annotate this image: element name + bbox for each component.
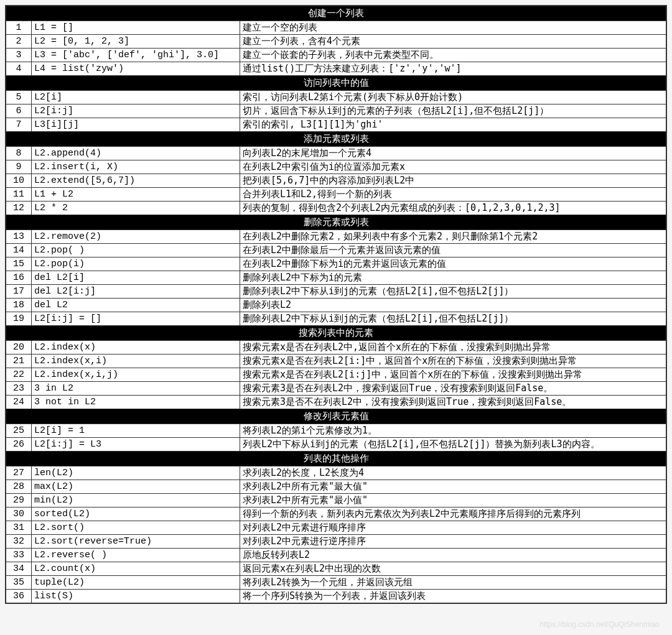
row-description: 求列表L2中所有元素"最大值" <box>240 480 667 494</box>
row-number: 8 <box>6 147 32 160</box>
row-code: L2[i] <box>32 91 240 104</box>
row-code: min(L2) <box>32 494 240 508</box>
table-row: 12L2 * 2列表的复制，得到包含2个列表L2内元素组成的列表：[0,1,2,… <box>6 202 666 215</box>
row-description: 切片，返回含下标从i到j的元素的子列表（包括L2[i],但不包括L2[j]） <box>240 104 667 118</box>
table-row: 29min(L2)求列表L2中所有元素"最小值" <box>6 494 666 508</box>
section-header: 添加元素或列表 <box>6 132 666 147</box>
section-header: 修改列表元素值 <box>6 409 666 424</box>
row-number: 26 <box>6 438 32 452</box>
row-number: 5 <box>6 91 32 104</box>
row-number: 10 <box>6 174 32 188</box>
row-code: list(S) <box>32 590 240 604</box>
row-description: 在列表L2中删除元素2，如果列表中有多个元素2，则只删除第1个元素2 <box>240 230 667 244</box>
row-description: 建立一个空的列表 <box>240 21 667 35</box>
row-code: L2.sort(reverse=True) <box>32 535 240 549</box>
section-title: 搜索列表中的元素 <box>6 326 666 341</box>
row-number: 13 <box>6 230 32 244</box>
table-row: 26L2[i:j] = L3列表L2中下标从i到j的元素（包括L2[i],但不包… <box>6 438 666 452</box>
list-operations-table: 创建一个列表1L1 = []建立一个空的列表2L2 = [0, 1, 2, 3]… <box>5 5 667 604</box>
row-description: 删除列表L2中下标为i的元素 <box>240 271 667 285</box>
row-code: L2.sort() <box>32 521 240 535</box>
table-row: 34L2.count(x)返回元素x在列表L2中出现的次数 <box>6 562 666 576</box>
row-number: 30 <box>6 508 32 521</box>
row-code: L3[i][j] <box>32 118 240 132</box>
row-number: 28 <box>6 480 32 494</box>
row-description: 列表的复制，得到包含2个列表L2内元素组成的列表：[0,1,2,3,0,1,2,… <box>240 202 667 215</box>
row-description: 在列表L2中索引值为i的位置添加元素x <box>240 160 667 174</box>
section-header: 删除元素或列表 <box>6 215 666 230</box>
row-code: sorted(L2) <box>32 508 240 521</box>
row-description: 列表L2中下标从i到j的元素（包括L2[i],但不包括L2[j]）替换为新列表L… <box>240 438 667 452</box>
table-row: 22L2.index(x,i,j)搜索元素x是否在列表L2[i:j]中，返回首个… <box>6 368 666 382</box>
section-title: 删除元素或列表 <box>6 215 666 230</box>
row-number: 19 <box>6 312 32 326</box>
table-row: 31L2.sort()对列表L2中元素进行顺序排序 <box>6 521 666 535</box>
row-code: 3 not in L2 <box>32 396 240 409</box>
row-description: 搜索元素3是否不在列表L2中，没有搜索到则返回True，搜索到则返回False。 <box>240 396 667 409</box>
row-description: 返回元素x在列表L2中出现的次数 <box>240 562 667 576</box>
table-row: 13L2.remove(2)在列表L2中删除元素2，如果列表中有多个元素2，则只… <box>6 230 666 244</box>
table-row: 35tuple(L2)将列表L2转换为一个元组，并返回该元组 <box>6 576 666 590</box>
row-number: 16 <box>6 271 32 285</box>
table-row: 10L2.extend([5,6,7])把列表[5,6,7]中的内容添加到列表L… <box>6 174 666 188</box>
row-number: 20 <box>6 341 32 355</box>
row-code: L2[i:j] = [] <box>32 312 240 326</box>
row-number: 31 <box>6 521 32 535</box>
row-number: 29 <box>6 494 32 508</box>
row-code: L2.pop( ) <box>32 244 240 257</box>
row-description: 原地反转列表L2 <box>240 549 667 562</box>
row-code: L2.insert(i, X) <box>32 160 240 174</box>
row-number: 22 <box>6 368 32 382</box>
row-code: 3 in L2 <box>32 382 240 396</box>
row-number: 34 <box>6 562 32 576</box>
row-number: 18 <box>6 299 32 312</box>
row-description: 将列表L2转换为一个元组，并返回该元组 <box>240 576 667 590</box>
table-row: 20L2.index(x)搜索元素x是否在列表L2中,返回首个x所在的下标值，没… <box>6 341 666 355</box>
row-description: 搜索元素x是否在列表L2[i:]中，返回首个x所在的下标值，没搜索到则抛出异常 <box>240 355 667 368</box>
row-code: L2.remove(2) <box>32 230 240 244</box>
table-row: 4L4 = list('zyw')通过list()工厂方法来建立列表：['z',… <box>6 62 666 76</box>
row-number: 17 <box>6 285 32 299</box>
row-code: L2 = [0, 1, 2, 3] <box>32 35 240 49</box>
table-row: 243 not in L2搜索元素3是否不在列表L2中，没有搜索到则返回True… <box>6 396 666 409</box>
section-header: 创建一个列表 <box>6 6 666 21</box>
row-code: max(L2) <box>32 480 240 494</box>
row-description: 删除列表L2中下标从i到j的元素（包括L2[i],但不包括L2[j]） <box>240 312 667 326</box>
table-row: 17del L2[i:j]删除列表L2中下标从i到j的元素（包括L2[i],但不… <box>6 285 666 299</box>
table-row: 8L2.append(4)向列表L2的末尾增加一个元素4 <box>6 147 666 160</box>
row-description: 建立一个嵌套的子列表，列表中元素类型不同。 <box>240 49 667 62</box>
row-number: 33 <box>6 549 32 562</box>
row-description: 搜索元素x是否在列表L2[i:j]中，返回首个x所在的下标值，没搜索到则抛出异常 <box>240 368 667 382</box>
table-row: 6L2[i:j]切片，返回含下标从i到j的元素的子列表（包括L2[i],但不包括… <box>6 104 666 118</box>
row-description: 将列表L2的第i个元素修改为1。 <box>240 424 667 438</box>
row-code: L2.index(x,i) <box>32 355 240 368</box>
table-row: 32L2.sort(reverse=True)对列表L2中元素进行逆序排序 <box>6 535 666 549</box>
row-number: 24 <box>6 396 32 409</box>
table-row: 9L2.insert(i, X)在列表L2中索引值为i的位置添加元素x <box>6 160 666 174</box>
row-description: 求列表L2中所有元素"最小值" <box>240 494 667 508</box>
table-row: 2L2 = [0, 1, 2, 3]建立一个列表，含有4个元素 <box>6 35 666 49</box>
row-number: 23 <box>6 382 32 396</box>
row-number: 2 <box>6 35 32 49</box>
row-code: del L2[i:j] <box>32 285 240 299</box>
table-row: 14L2.pop( )在列表L2中删除最后一个元素并返回该元素的值 <box>6 244 666 257</box>
row-description: 向列表L2的末尾增加一个元素4 <box>240 147 667 160</box>
row-code: L2[i:j] <box>32 104 240 118</box>
row-description: 得到一个新的列表，新列表内元素依次为列表L2中元素顺序排序后得到的元素序列 <box>240 508 667 521</box>
row-code: L2 * 2 <box>32 202 240 215</box>
section-header: 列表的其他操作 <box>6 452 666 466</box>
row-description: 在列表L2中删除下标为i的元素并返回该元素的值 <box>240 257 667 271</box>
row-number: 27 <box>6 466 32 480</box>
table-row: 18del L2删除列表L2 <box>6 299 666 312</box>
table-row: 16del L2[i]删除列表L2中下标为i的元素 <box>6 271 666 285</box>
table-row: 25L2[i] = 1将列表L2的第i个元素修改为1。 <box>6 424 666 438</box>
row-code: L4 = list('zyw') <box>32 62 240 76</box>
row-code: tuple(L2) <box>32 576 240 590</box>
table-row: 3L3 = ['abc', ['def', 'ghi'], 3.0]建立一个嵌套… <box>6 49 666 62</box>
row-description: 合并列表L1和L2,得到一个新的列表 <box>240 188 667 202</box>
row-number: 7 <box>6 118 32 132</box>
table-row: 11L1 + L2合并列表L1和L2,得到一个新的列表 <box>6 188 666 202</box>
row-number: 36 <box>6 590 32 604</box>
table-row: 15L2.pop(i)在列表L2中删除下标为i的元素并返回该元素的值 <box>6 257 666 271</box>
row-number: 11 <box>6 188 32 202</box>
